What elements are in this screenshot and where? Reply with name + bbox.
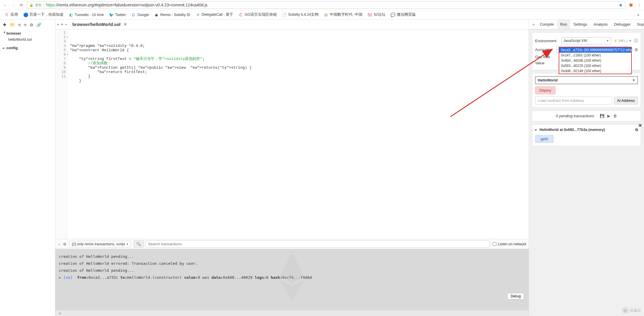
- lock-icon: 🔒: [29, 3, 33, 7]
- contract-instance-card: ✕ ▾ HelloWorld at 0x692...77b3a (memory)…: [532, 124, 641, 146]
- github-icon[interactable]: ⎋: [18, 22, 21, 27]
- url-bar[interactable]: 🔒 安全 | https://remix.ethereum.org/#optim…: [27, 1, 625, 9]
- secure-label: 安全: [35, 3, 42, 7]
- account-option[interactable]: 0x147...c160c (100 ether): [559, 53, 631, 58]
- tab-compile[interactable]: Compile: [537, 20, 557, 29]
- bookmark-item[interactable]: ✕DelegateCall - 基于: [194, 11, 236, 18]
- url-text: https://remix.ethereum.org/#optimize=fal…: [46, 3, 617, 7]
- bookmark-item[interactable]: 5252论坛: [366, 11, 388, 18]
- tab-scroll-left-icon[interactable]: «: [57, 22, 59, 26]
- back-button[interactable]: ←: [2, 2, 8, 8]
- search-input[interactable]: [146, 240, 490, 248]
- terminal-toolbar: ⌄ ⊘ [2] only remix transactions, script …: [55, 239, 529, 249]
- watermark: ∞亿速云: [622, 307, 641, 314]
- copy-instance-icon[interactable]: ⧉: [635, 127, 638, 132]
- new-file-icon[interactable]: ✚: [3, 22, 6, 27]
- file-tab[interactable]: browser/helloWorld.sol ✕: [69, 20, 130, 29]
- expand-instance-icon[interactable]: ▾: [535, 128, 537, 132]
- value-label: Value: [535, 61, 559, 65]
- file-panel: ✚ 📁 ⎋ ⎋ ⧉ 🔗 browser helloWorld.sol confi…: [0, 19, 55, 316]
- file-tab-name: browser/helloWorld.sol: [72, 22, 121, 27]
- terminal-line: creation of HelloWorld errored: Transact…: [59, 261, 525, 266]
- tab-debugger[interactable]: Debugger: [611, 20, 634, 29]
- zoom-in-icon[interactable]: +: [61, 22, 63, 26]
- tree-file-helloworld[interactable]: helloWorld.sol: [1, 36, 54, 42]
- account-dropdown-list[interactable]: 0xca3...a733c (99.999999999999757712 eth…: [559, 47, 632, 74]
- zoom-out-icon[interactable]: −: [65, 22, 67, 26]
- right-panel: » CompileRunSettingsAnalysisDebuggerSupp…: [529, 19, 644, 316]
- file-panel-toolbar: ✚ 📁 ⎋ ⎋ ⧉ 🔗: [1, 21, 54, 30]
- extension-icon[interactable]: 🦊: [628, 2, 634, 8]
- terminal-toggle-icon[interactable]: ⌄: [58, 242, 60, 246]
- tab-settings[interactable]: Settings: [571, 20, 590, 29]
- tab-run[interactable]: Run: [557, 20, 570, 29]
- at-address-button[interactable]: At Address: [614, 97, 638, 104]
- close-instance-icon[interactable]: ✕: [638, 123, 642, 128]
- open-folder-icon[interactable]: 📁: [10, 22, 15, 27]
- right-panel-tabs: » CompileRunSettingsAnalysisDebuggerSupp…: [529, 19, 644, 29]
- panel-collapse-icon[interactable]: »: [531, 22, 536, 26]
- tab-support[interactable]: Support: [634, 20, 644, 29]
- gas-limit-label: Gas limit: [535, 55, 559, 59]
- code-editor[interactable]: 1234567891011 "kw">pragma "kw">solidity …: [55, 29, 529, 239]
- code-area[interactable]: "kw">pragma "kw">solidity ^0.4.0;"kw">co…: [68, 29, 529, 239]
- pending-tx-card: 0 pending transactions 💾 ▶ 🗑: [532, 111, 641, 121]
- account-option[interactable]: 0x583...40225 (100 ether): [559, 63, 631, 68]
- trash-icon[interactable]: 🗑: [613, 114, 617, 118]
- bookmark-item[interactable]: CGO语言实现区块链: [236, 11, 279, 18]
- instance-title: HelloWorld at 0x692...77b3a (memory): [539, 128, 605, 132]
- gist-icon[interactable]: ⎋: [24, 22, 26, 27]
- terminal-tx-line[interactable]: ▸ [vm] from:0xca3...a733c to:HelloWorld.…: [59, 275, 525, 280]
- terminal-line: creation of HelloWorld pending...: [59, 254, 525, 259]
- pending-tx-text: 0 pending transactions: [556, 114, 594, 118]
- load-address-input[interactable]: Load contract from Address: [535, 97, 612, 104]
- tree-browser-folder[interactable]: browser: [1, 30, 54, 36]
- nav-bar: ← → ⟳ 🔒 安全 | https://remix.ethereum.org/…: [0, 0, 644, 10]
- listen-network-checkbox[interactable]: Listen on network: [493, 242, 526, 246]
- environment-select[interactable]: JavaScript VM▼: [561, 37, 611, 44]
- bookmark-item[interactable]: 🐦Twitter: [107, 12, 128, 18]
- bookmark-item[interactable]: ⠿应用: [2, 11, 20, 18]
- bookmark-star-icon[interactable]: ★: [619, 2, 623, 8]
- contract-select[interactable]: HelloWorld ▼: [535, 76, 638, 84]
- tab-analysis[interactable]: Analysis: [591, 20, 611, 29]
- terminal-filter-dropdown[interactable]: [2] only remix transactions, script ▾: [69, 241, 131, 247]
- bookmarks-overflow-icon[interactable]: »: [635, 13, 642, 17]
- info-icon[interactable]: ⓘ: [634, 38, 638, 43]
- bookmark-item[interactable]: 💬微信网页版: [389, 11, 418, 18]
- bookmarks-bar: ⠿应用🔵百度一下，你就知道◐Tunnello - 10 time🐦Twitter…: [0, 10, 644, 19]
- menu-icon[interactable]: ⋮: [636, 2, 642, 8]
- deploy-button[interactable]: Deploy: [535, 86, 555, 94]
- vm-badge: ⚡ VM (-) ▼: [613, 39, 632, 43]
- add-account-icon[interactable]: ⊞: [635, 47, 638, 52]
- forward-button[interactable]: →: [10, 2, 16, 8]
- account-option[interactable]: 0xca3...a733c (99.999999999999757712 eth…: [559, 47, 631, 53]
- line-gutter: 1234567891011: [55, 29, 68, 239]
- remix-app: ✚ 📁 ⎋ ⎋ ⧉ 🔗 browser helloWorld.sol confi…: [0, 19, 644, 316]
- getit-button[interactable]: getIt: [535, 135, 553, 143]
- terminal-line: creation of HelloWorld pending...: [59, 268, 525, 273]
- bookmark-item[interactable]: 🔵百度一下，你就知道: [21, 11, 66, 18]
- bookmark-item[interactable]: 📄Solidity 0.4.24文档: [280, 11, 321, 18]
- terminal-clear-icon[interactable]: ⊘: [63, 242, 66, 246]
- account-option[interactable]: 0x4b0...4d2db (100 ether): [559, 58, 631, 63]
- bookmark-item[interactable]: GGoogle: [129, 12, 151, 18]
- close-tab-icon[interactable]: ✕: [123, 22, 127, 27]
- reload-button[interactable]: ⟳: [19, 2, 24, 8]
- bookmark-item[interactable]: ◆Remix - Solidity ID: [152, 12, 192, 18]
- save-icon[interactable]: 💾: [600, 114, 604, 118]
- copy-icon[interactable]: ⧉: [30, 22, 33, 27]
- account-option[interactable]: 0xdd8...92148 (100 ether): [559, 68, 631, 74]
- deploy-card: HelloWorld ▼ Deploy Load contract from A…: [532, 73, 641, 108]
- tree-config-folder[interactable]: config: [1, 45, 54, 51]
- terminal-output[interactable]: creation of HelloWorld pending...creatio…: [55, 249, 529, 310]
- terminal-prompt[interactable]: >: [55, 310, 529, 316]
- bookmark-item[interactable]: ⊞中国数字时代 -中国: [322, 11, 365, 18]
- editor-tab-bar: « + − browser/helloWorld.sol ✕: [55, 19, 529, 29]
- bookmark-item[interactable]: ◐Tunnello - 10 time: [67, 12, 106, 18]
- search-button[interactable]: 🔍: [134, 240, 144, 248]
- link-icon[interactable]: 🔗: [36, 22, 41, 27]
- play-icon[interactable]: ▶: [607, 114, 610, 118]
- browser-chrome: ← → ⟳ 🔒 安全 | https://remix.ethereum.org/…: [0, 0, 644, 19]
- debug-button[interactable]: Debug: [507, 293, 524, 299]
